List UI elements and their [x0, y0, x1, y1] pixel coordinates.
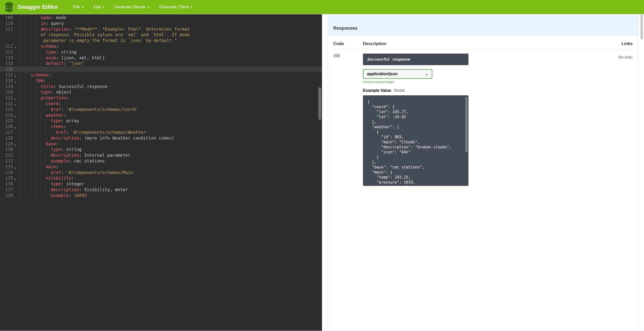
example-code[interactable]: { "coord": { "lon": 145.77, "lat": -16.9… [363, 95, 468, 186]
editor-line[interactable]: 115default: "json" [0, 61, 322, 66]
editor-line[interactable]: 134$ref: '#/components/schemas/Main' [0, 170, 322, 176]
editor-line[interactable]: 126▼items: [0, 124, 322, 130]
tab-model[interactable]: Model [394, 88, 405, 93]
editor-line[interactable]: 138example: 16093 [0, 193, 322, 198]
example-model-tabs: Example Value Model [363, 88, 608, 93]
editor-line[interactable]: of response. Possible values are `xml` a… [0, 32, 322, 38]
editor-line[interactable]: 110in: query [0, 21, 322, 26]
response-links: No links [608, 54, 633, 186]
editor-line[interactable]: 127$ref: '#/components/schemas/Weather' [0, 130, 322, 135]
response-description: Successful response [363, 54, 468, 65]
menu-generate-client[interactable]: Generate Client▼ [159, 5, 193, 10]
editor-line[interactable]: 111description: "**Mode**. *Example: htm… [0, 26, 322, 32]
col-header-links: Links [608, 41, 633, 46]
editor-line[interactable]: 135▼visibility: [0, 175, 322, 181]
split-pane: 109name: mode110in: query111description:… [0, 14, 644, 331]
editor-line[interactable]: 116 [0, 66, 322, 72]
app-header: {..} Swagger Editor File▼ Edit▼ Generate… [0, 0, 644, 14]
editor-line[interactable]: 132example: cmc stations [0, 158, 322, 164]
editor-line[interactable]: 121▼properties: [0, 95, 322, 101]
responses-columns: Code Description Links [333, 41, 633, 49]
editor-line[interactable]: 118▼200: [0, 78, 322, 84]
editor-line[interactable]: 114enum: [json, xml, html] [0, 55, 322, 61]
editor-line[interactable]: 136type: integer [0, 181, 322, 187]
menu-edit[interactable]: Edit▼ [93, 5, 105, 10]
editor-line[interactable]: 124▼weather: [0, 112, 322, 118]
response-row: 200 Successful response application/json… [333, 49, 633, 186]
editor-line[interactable]: parameter is empty the format is `json` … [0, 38, 322, 44]
menu-file[interactable]: File▼ [73, 5, 84, 10]
editor-line[interactable]: 125type: array [0, 118, 322, 124]
app-title: Swagger Editor [18, 4, 58, 10]
editor-line[interactable]: 130type: string [0, 147, 322, 152]
editor-line[interactable]: 128description: (more info Weather condi… [0, 135, 322, 141]
editor-line[interactable]: 137description: Visibility, meter [0, 187, 322, 193]
docs-scrollbar[interactable] [640, 14, 643, 331]
response-code: 200 [333, 54, 363, 186]
responses-title: Responses [333, 26, 633, 31]
editor-line[interactable]: 122▼coord: [0, 101, 322, 107]
media-type-select[interactable]: application/json ⌄ [363, 69, 432, 79]
editor-line[interactable]: 109name: mode [0, 15, 322, 21]
editor-scrollbar[interactable] [318, 14, 321, 331]
editor-line[interactable]: 113type: string [0, 49, 322, 55]
swagger-logo-icon: {..} [4, 2, 14, 12]
tab-example-value[interactable]: Example Value [363, 88, 391, 93]
chevron-down-icon: ▼ [190, 6, 193, 9]
col-header-code: Code [333, 41, 363, 46]
menu-bar: File▼ Edit▼ Generate Server▼ Generate Cl… [73, 5, 193, 10]
responses-header: Responses [328, 21, 638, 36]
api-docs-panel: Responses Code Description Links 200 Suc… [322, 14, 644, 331]
editor-line[interactable]: 120type: object [0, 89, 322, 95]
example-scrollbar[interactable] [465, 97, 467, 152]
editor-line[interactable]: 129▼base: [0, 141, 322, 147]
editor-line[interactable]: 117▼schemas: [0, 72, 322, 78]
editor-line[interactable]: 112▼schema: [0, 44, 322, 49]
col-header-description: Description [363, 41, 608, 46]
chevron-down-icon: ▼ [102, 6, 105, 9]
media-type-value: application/json [367, 72, 398, 76]
editor-line[interactable]: 119title: Successful response [0, 84, 322, 90]
editor-line[interactable]: 123$ref: '#/components/schemas/Coord' [0, 107, 322, 112]
menu-generate-server[interactable]: Generate Server▼ [114, 5, 150, 10]
editor-line[interactable]: 133▼main: [0, 164, 322, 170]
accept-hint: Controls Accept header. [363, 80, 608, 84]
editor-line[interactable]: 131description: Internal parameter [0, 152, 322, 158]
chevron-down-icon: ⌄ [425, 72, 428, 76]
chevron-down-icon: ▼ [147, 6, 150, 9]
chevron-down-icon: ▼ [82, 6, 84, 9]
yaml-editor[interactable]: 109name: mode110in: query111description:… [0, 14, 322, 331]
